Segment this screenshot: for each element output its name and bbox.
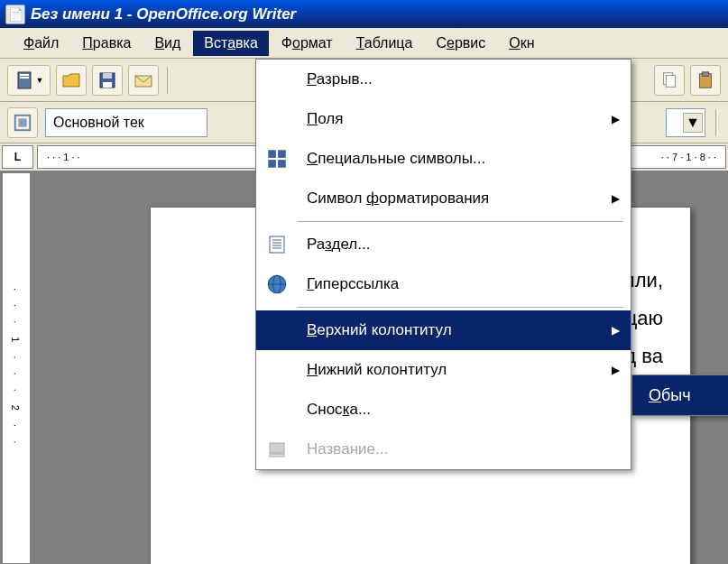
menu-view[interactable]: Вид: [143, 31, 191, 56]
special-chars-icon: [260, 147, 294, 171]
menu-item-footer[interactable]: Нижний колонтитул ▶: [256, 350, 631, 390]
menu-item-formatting-mark[interactable]: Символ форматирования ▶: [256, 179, 631, 218]
svg-rect-12: [18, 118, 26, 126]
svg-rect-4: [103, 73, 112, 79]
chevron-down-icon: ▼: [683, 113, 703, 133]
menu-separator: [298, 221, 623, 222]
paragraph-style-dropdown[interactable]: Основной тек: [45, 108, 207, 137]
svg-rect-13: [268, 150, 276, 158]
toolbar-separator: [715, 109, 718, 136]
ruler-corner[interactable]: L: [2, 145, 33, 169]
font-size-dropdown[interactable]: ▼: [666, 108, 705, 137]
menu-bar: Файл Правка Вид Вставка Формат Таблица С…: [0, 28, 728, 59]
chevron-right-icon: ▶: [612, 364, 620, 376]
chevron-right-icon: ▶: [612, 113, 620, 125]
menu-edit[interactable]: Правка: [71, 31, 142, 56]
caption-icon: [260, 439, 294, 460]
open-button[interactable]: [56, 65, 87, 96]
styles-button[interactable]: [7, 107, 38, 138]
toolbar-separator: [167, 67, 170, 94]
menu-file[interactable]: Файл: [13, 31, 69, 56]
window-title: Без имени 1 - OpenOffice.org Writer: [31, 5, 296, 23]
title-bar: 📄 Без имени 1 - OpenOffice.org Writer: [0, 0, 728, 28]
insert-dropdown-menu: Разрыв... Поля ▶ Специальные символы... …: [255, 59, 631, 470]
chevron-right-icon: ▶: [612, 192, 620, 205]
new-document-button[interactable]: ▼: [7, 65, 51, 96]
menu-window[interactable]: Окн: [498, 31, 545, 56]
submenu-item-default[interactable]: Обыч: [649, 386, 691, 405]
menu-item-fields[interactable]: Поля ▶: [256, 99, 631, 139]
menu-item-caption: Название...: [256, 430, 631, 469]
menu-item-section[interactable]: Раздел...: [256, 225, 631, 264]
mail-button[interactable]: [128, 65, 159, 96]
copy-button[interactable]: [654, 65, 685, 96]
svg-rect-5: [103, 82, 112, 88]
svg-rect-25: [270, 443, 284, 453]
menu-table[interactable]: Таблица: [346, 31, 424, 56]
section-icon: [260, 234, 294, 255]
paste-button[interactable]: [690, 65, 721, 96]
menu-item-hyperlink[interactable]: Гиперссылка: [256, 264, 631, 304]
save-button[interactable]: [92, 65, 123, 96]
svg-rect-16: [278, 160, 286, 168]
header-submenu: Обыч: [631, 374, 728, 416]
svg-rect-1: [20, 74, 29, 76]
menu-tools[interactable]: Сервис: [425, 31, 496, 56]
menu-item-header[interactable]: Верхний колонтитул ▶: [256, 310, 631, 350]
menu-item-footnote[interactable]: Сноска...: [256, 390, 631, 430]
menu-item-break[interactable]: Разрыв...: [256, 60, 631, 99]
app-icon: 📄: [5, 5, 25, 24]
svg-rect-2: [20, 77, 29, 79]
chevron-right-icon: ▶: [612, 324, 620, 337]
svg-rect-8: [666, 75, 675, 87]
menu-item-special-chars[interactable]: Специальные символы...: [256, 139, 631, 179]
svg-rect-26: [270, 454, 284, 457]
menu-format[interactable]: Формат: [271, 31, 344, 56]
vertical-ruler[interactable]: · · · 1 · · · 2 · ·: [2, 172, 31, 564]
menu-separator: [298, 307, 623, 308]
hyperlink-icon: [260, 273, 294, 296]
svg-rect-14: [278, 150, 286, 158]
menu-insert[interactable]: Вставка: [193, 31, 268, 56]
svg-rect-17: [270, 236, 284, 253]
svg-rect-15: [268, 160, 276, 168]
paragraph-style-value: Основной тек: [53, 115, 144, 131]
svg-rect-10: [702, 71, 708, 76]
